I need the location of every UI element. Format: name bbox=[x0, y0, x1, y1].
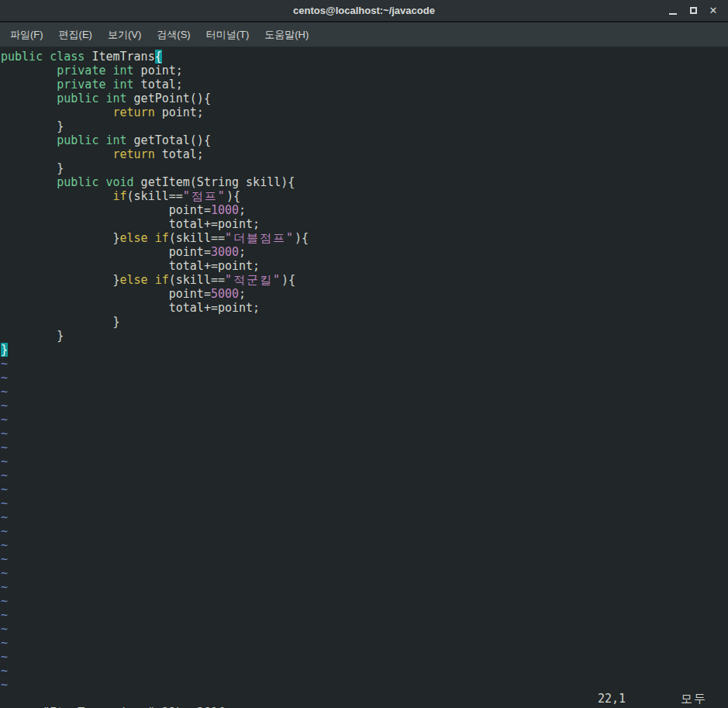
minimize-button[interactable] bbox=[663, 0, 683, 21]
code-token: public class bbox=[1, 50, 91, 64]
code-token: point= bbox=[1, 287, 211, 301]
empty-line-marker: ~ bbox=[1, 454, 728, 468]
close-button[interactable]: ✕ bbox=[703, 0, 723, 21]
code-line[interactable]: total+=point; bbox=[1, 301, 728, 315]
empty-line-marker: ~ bbox=[1, 357, 728, 371]
code-token: ; bbox=[239, 287, 246, 301]
code-line[interactable]: total+=point; bbox=[1, 217, 728, 231]
titlebar[interactable]: centos@localhost:~/javacode ✕ bbox=[0, 0, 728, 22]
window-controls: ✕ bbox=[663, 0, 723, 21]
empty-line-marker: ~ bbox=[1, 552, 728, 566]
code-token: } bbox=[1, 273, 120, 287]
code-token: } bbox=[1, 315, 120, 329]
code-token bbox=[1, 147, 113, 161]
code-token: private int bbox=[57, 64, 133, 78]
code-line[interactable]: point=3000; bbox=[1, 245, 728, 259]
empty-line-marker: ~ bbox=[1, 413, 728, 427]
code-token: point; bbox=[155, 105, 204, 119]
code-token: 5000 bbox=[211, 287, 239, 301]
code-token: else if bbox=[120, 273, 169, 287]
code-token bbox=[1, 175, 57, 189]
code-line[interactable]: public class ItemTrans{ bbox=[1, 50, 728, 64]
empty-line-marker: ~ bbox=[1, 427, 728, 440]
menu-item-terminal[interactable]: 터미널(T) bbox=[199, 24, 257, 46]
maximize-button[interactable] bbox=[683, 0, 703, 21]
empty-line-marker: ~ bbox=[1, 399, 728, 413]
code-line[interactable]: } bbox=[1, 161, 728, 175]
menubar: 파일(F)편집(E)보기(V)검색(S)터미널(T)도움말(H) bbox=[0, 22, 728, 47]
empty-line-marker: ~ bbox=[1, 482, 728, 496]
code-line[interactable]: } bbox=[1, 315, 728, 329]
code-token bbox=[1, 189, 113, 203]
code-line[interactable]: total+=point; bbox=[1, 259, 728, 273]
code-line[interactable]: private int point; bbox=[1, 64, 728, 78]
empty-line-marker: ~ bbox=[1, 468, 728, 482]
code-token: point= bbox=[1, 245, 211, 259]
empty-line-marker: ~ bbox=[1, 608, 728, 622]
code-line[interactable]: return total; bbox=[1, 147, 728, 161]
code-token: public int bbox=[57, 133, 126, 147]
code-token: point= bbox=[1, 203, 211, 217]
code-line[interactable]: point=1000; bbox=[1, 203, 728, 217]
empty-line-marker: ~ bbox=[1, 594, 728, 608]
code-token: (skill== bbox=[169, 273, 225, 287]
empty-lines-area: ~~~~~~~~~~~~~~~~~~~~~~~~ bbox=[1, 357, 728, 692]
empty-line-marker: ~ bbox=[1, 664, 728, 678]
code-token bbox=[1, 92, 57, 105]
empty-line-marker: ~ bbox=[1, 538, 728, 552]
code-line[interactable]: } bbox=[1, 329, 728, 343]
code-token: getPoint(){ bbox=[127, 92, 211, 105]
code-token: } bbox=[1, 119, 64, 133]
code-line[interactable]: return point; bbox=[1, 105, 728, 119]
code-token: total+=point; bbox=[1, 217, 260, 231]
empty-line-marker: ~ bbox=[1, 510, 728, 524]
menu-item-edit[interactable]: 편집(E) bbox=[52, 24, 99, 46]
code-line[interactable]: if(skill=="점프"){ bbox=[1, 189, 728, 203]
terminal[interactable]: public class ItemTrans{ private int poin… bbox=[0, 47, 728, 708]
code-token: 1000 bbox=[211, 203, 239, 217]
code-line[interactable]: public int getPoint(){ bbox=[1, 92, 728, 105]
code-token: } bbox=[1, 329, 64, 343]
code-line[interactable]: }else if(skill=="더블점프"){ bbox=[1, 231, 728, 245]
menu-item-view[interactable]: 보기(V) bbox=[101, 24, 148, 46]
empty-line-marker: ~ bbox=[1, 622, 728, 636]
code-line[interactable]: public int getTotal(){ bbox=[1, 133, 728, 147]
code-token: if bbox=[113, 189, 127, 203]
code-line[interactable]: public void getItem(String skill){ bbox=[1, 175, 728, 189]
menu-item-file[interactable]: 파일(F) bbox=[3, 24, 50, 46]
cursor: } bbox=[1, 343, 8, 357]
code-token: public int bbox=[57, 92, 126, 105]
code-token: ; bbox=[239, 203, 246, 217]
code-token: total; bbox=[134, 78, 183, 92]
code-token: ){ bbox=[295, 231, 309, 245]
menu-item-search[interactable]: 검색(S) bbox=[150, 24, 197, 46]
code-token: (skill== bbox=[127, 189, 183, 203]
code-token: getItem(String skill){ bbox=[134, 175, 295, 189]
empty-line-marker: ~ bbox=[1, 371, 728, 385]
menu-item-help[interactable]: 도움말(H) bbox=[257, 24, 316, 46]
code-token bbox=[1, 64, 57, 78]
code-line[interactable]: point=5000; bbox=[1, 287, 728, 301]
code-token: else if bbox=[120, 231, 169, 245]
code-token: (skill== bbox=[169, 231, 225, 245]
matching-brace: { bbox=[155, 50, 162, 64]
close-icon: ✕ bbox=[709, 5, 718, 16]
code-line[interactable]: } bbox=[1, 343, 728, 357]
code-token: return bbox=[113, 147, 155, 161]
code-line[interactable]: } bbox=[1, 119, 728, 133]
code-token: "점프" bbox=[183, 189, 226, 203]
vim-status-line: "ItemTrans.java" 22L, 381C 22,1 모두 bbox=[1, 692, 728, 706]
code-token: total+=point; bbox=[1, 259, 260, 273]
code-line[interactable]: private int total; bbox=[1, 78, 728, 92]
code-token: ){ bbox=[281, 273, 295, 287]
minimize-icon bbox=[669, 13, 677, 15]
code-token: ; bbox=[239, 245, 246, 259]
code-token: total+=point; bbox=[1, 301, 260, 315]
code-token: private int bbox=[57, 78, 133, 92]
maximize-icon bbox=[690, 7, 697, 14]
code-line[interactable]: }else if(skill=="적군킬"){ bbox=[1, 273, 728, 287]
code-token: "적군킬" bbox=[225, 273, 281, 287]
code-token: "더블점프" bbox=[225, 231, 295, 245]
empty-line-marker: ~ bbox=[1, 524, 728, 538]
status-scroll-indicator: 모두 bbox=[681, 692, 707, 706]
